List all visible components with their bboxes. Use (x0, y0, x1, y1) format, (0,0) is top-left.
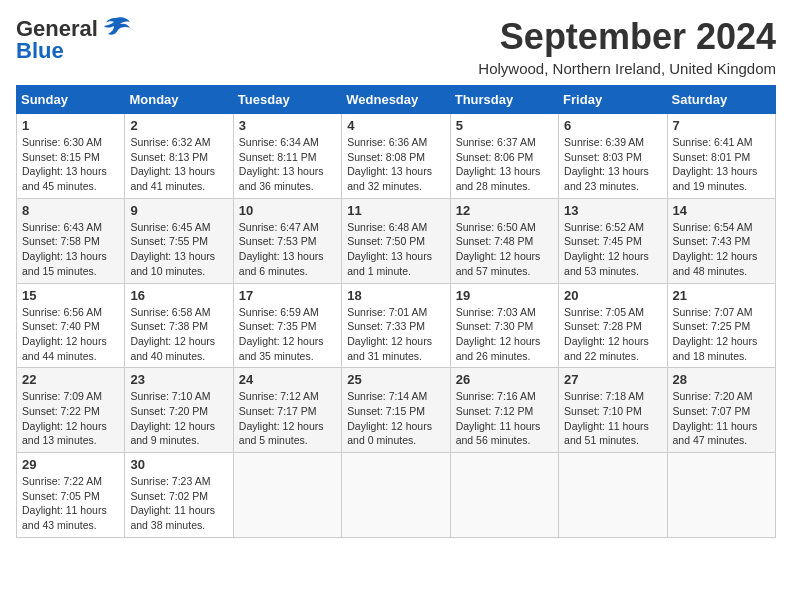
calendar-week-row: 1Sunrise: 6:30 AMSunset: 8:15 PMDaylight… (17, 114, 776, 199)
day-number: 22 (22, 372, 119, 387)
day-number: 10 (239, 203, 336, 218)
calendar-day-cell: 10Sunrise: 6:47 AMSunset: 7:53 PMDayligh… (233, 198, 341, 283)
day-number: 2 (130, 118, 227, 133)
day-info: Sunrise: 6:34 AMSunset: 8:11 PMDaylight:… (239, 135, 336, 194)
calendar-day-cell: 13Sunrise: 6:52 AMSunset: 7:45 PMDayligh… (559, 198, 667, 283)
day-info: Sunrise: 6:45 AMSunset: 7:55 PMDaylight:… (130, 220, 227, 279)
day-info: Sunrise: 7:05 AMSunset: 7:28 PMDaylight:… (564, 305, 661, 364)
calendar-day-cell: 20Sunrise: 7:05 AMSunset: 7:28 PMDayligh… (559, 283, 667, 368)
day-info: Sunrise: 6:47 AMSunset: 7:53 PMDaylight:… (239, 220, 336, 279)
day-info: Sunrise: 7:12 AMSunset: 7:17 PMDaylight:… (239, 389, 336, 448)
calendar-day-cell: 24Sunrise: 7:12 AMSunset: 7:17 PMDayligh… (233, 368, 341, 453)
calendar-week-row: 29Sunrise: 7:22 AMSunset: 7:05 PMDayligh… (17, 453, 776, 538)
day-info: Sunrise: 6:43 AMSunset: 7:58 PMDaylight:… (22, 220, 119, 279)
location: Holywood, Northern Ireland, United Kingd… (478, 60, 776, 77)
calendar-day-cell: 8Sunrise: 6:43 AMSunset: 7:58 PMDaylight… (17, 198, 125, 283)
calendar-day-cell: 16Sunrise: 6:58 AMSunset: 7:38 PMDayligh… (125, 283, 233, 368)
day-info: Sunrise: 7:16 AMSunset: 7:12 PMDaylight:… (456, 389, 553, 448)
day-info: Sunrise: 6:58 AMSunset: 7:38 PMDaylight:… (130, 305, 227, 364)
day-info: Sunrise: 6:37 AMSunset: 8:06 PMDaylight:… (456, 135, 553, 194)
calendar-day-cell: 22Sunrise: 7:09 AMSunset: 7:22 PMDayligh… (17, 368, 125, 453)
day-number: 30 (130, 457, 227, 472)
header-sunday: Sunday (17, 86, 125, 114)
day-info: Sunrise: 7:09 AMSunset: 7:22 PMDaylight:… (22, 389, 119, 448)
day-number: 13 (564, 203, 661, 218)
day-number: 4 (347, 118, 444, 133)
day-number: 14 (673, 203, 770, 218)
calendar-day-cell: 4Sunrise: 6:36 AMSunset: 8:08 PMDaylight… (342, 114, 450, 199)
calendar-day-cell: 14Sunrise: 6:54 AMSunset: 7:43 PMDayligh… (667, 198, 775, 283)
day-number: 5 (456, 118, 553, 133)
calendar-week-row: 15Sunrise: 6:56 AMSunset: 7:40 PMDayligh… (17, 283, 776, 368)
calendar-day-cell: 7Sunrise: 6:41 AMSunset: 8:01 PMDaylight… (667, 114, 775, 199)
day-number: 1 (22, 118, 119, 133)
day-info: Sunrise: 6:30 AMSunset: 8:15 PMDaylight:… (22, 135, 119, 194)
day-info: Sunrise: 6:50 AMSunset: 7:48 PMDaylight:… (456, 220, 553, 279)
empty-cell (559, 453, 667, 538)
calendar-day-cell: 18Sunrise: 7:01 AMSunset: 7:33 PMDayligh… (342, 283, 450, 368)
day-number: 27 (564, 372, 661, 387)
calendar-day-cell: 27Sunrise: 7:18 AMSunset: 7:10 PMDayligh… (559, 368, 667, 453)
day-info: Sunrise: 7:18 AMSunset: 7:10 PMDaylight:… (564, 389, 661, 448)
day-number: 18 (347, 288, 444, 303)
day-number: 21 (673, 288, 770, 303)
empty-cell (667, 453, 775, 538)
day-number: 16 (130, 288, 227, 303)
calendar-day-cell: 26Sunrise: 7:16 AMSunset: 7:12 PMDayligh… (450, 368, 558, 453)
header-thursday: Thursday (450, 86, 558, 114)
day-info: Sunrise: 7:20 AMSunset: 7:07 PMDaylight:… (673, 389, 770, 448)
day-info: Sunrise: 7:01 AMSunset: 7:33 PMDaylight:… (347, 305, 444, 364)
calendar-day-cell: 11Sunrise: 6:48 AMSunset: 7:50 PMDayligh… (342, 198, 450, 283)
calendar-day-cell: 5Sunrise: 6:37 AMSunset: 8:06 PMDaylight… (450, 114, 558, 199)
day-info: Sunrise: 6:48 AMSunset: 7:50 PMDaylight:… (347, 220, 444, 279)
day-number: 25 (347, 372, 444, 387)
day-info: Sunrise: 7:22 AMSunset: 7:05 PMDaylight:… (22, 474, 119, 533)
calendar-day-cell: 19Sunrise: 7:03 AMSunset: 7:30 PMDayligh… (450, 283, 558, 368)
day-number: 24 (239, 372, 336, 387)
day-number: 19 (456, 288, 553, 303)
calendar-day-cell: 28Sunrise: 7:20 AMSunset: 7:07 PMDayligh… (667, 368, 775, 453)
day-number: 8 (22, 203, 119, 218)
header-wednesday: Wednesday (342, 86, 450, 114)
day-number: 26 (456, 372, 553, 387)
day-info: Sunrise: 7:14 AMSunset: 7:15 PMDaylight:… (347, 389, 444, 448)
calendar-day-cell: 12Sunrise: 6:50 AMSunset: 7:48 PMDayligh… (450, 198, 558, 283)
logo: General Blue (16, 16, 130, 64)
header-friday: Friday (559, 86, 667, 114)
day-number: 23 (130, 372, 227, 387)
header-saturday: Saturday (667, 86, 775, 114)
calendar-day-cell: 6Sunrise: 6:39 AMSunset: 8:03 PMDaylight… (559, 114, 667, 199)
day-info: Sunrise: 6:32 AMSunset: 8:13 PMDaylight:… (130, 135, 227, 194)
empty-cell (342, 453, 450, 538)
calendar-day-cell: 30Sunrise: 7:23 AMSunset: 7:02 PMDayligh… (125, 453, 233, 538)
empty-cell (233, 453, 341, 538)
day-info: Sunrise: 6:56 AMSunset: 7:40 PMDaylight:… (22, 305, 119, 364)
day-info: Sunrise: 7:03 AMSunset: 7:30 PMDaylight:… (456, 305, 553, 364)
day-number: 20 (564, 288, 661, 303)
calendar-week-row: 22Sunrise: 7:09 AMSunset: 7:22 PMDayligh… (17, 368, 776, 453)
day-info: Sunrise: 7:07 AMSunset: 7:25 PMDaylight:… (673, 305, 770, 364)
logo-blue: Blue (16, 38, 64, 64)
calendar-day-cell: 23Sunrise: 7:10 AMSunset: 7:20 PMDayligh… (125, 368, 233, 453)
day-number: 11 (347, 203, 444, 218)
month-title: September 2024 (478, 16, 776, 58)
day-info: Sunrise: 6:54 AMSunset: 7:43 PMDaylight:… (673, 220, 770, 279)
day-number: 12 (456, 203, 553, 218)
day-number: 29 (22, 457, 119, 472)
day-info: Sunrise: 6:36 AMSunset: 8:08 PMDaylight:… (347, 135, 444, 194)
calendar-day-cell: 15Sunrise: 6:56 AMSunset: 7:40 PMDayligh… (17, 283, 125, 368)
header-monday: Monday (125, 86, 233, 114)
calendar-day-cell: 21Sunrise: 7:07 AMSunset: 7:25 PMDayligh… (667, 283, 775, 368)
logo-bird-icon (102, 16, 130, 36)
day-info: Sunrise: 7:10 AMSunset: 7:20 PMDaylight:… (130, 389, 227, 448)
calendar-day-cell: 17Sunrise: 6:59 AMSunset: 7:35 PMDayligh… (233, 283, 341, 368)
calendar-day-cell: 3Sunrise: 6:34 AMSunset: 8:11 PMDaylight… (233, 114, 341, 199)
calendar-day-cell: 2Sunrise: 6:32 AMSunset: 8:13 PMDaylight… (125, 114, 233, 199)
day-number: 9 (130, 203, 227, 218)
calendar-day-cell: 9Sunrise: 6:45 AMSunset: 7:55 PMDaylight… (125, 198, 233, 283)
day-info: Sunrise: 6:41 AMSunset: 8:01 PMDaylight:… (673, 135, 770, 194)
calendar-day-cell: 1Sunrise: 6:30 AMSunset: 8:15 PMDaylight… (17, 114, 125, 199)
day-number: 15 (22, 288, 119, 303)
day-number: 3 (239, 118, 336, 133)
calendar-week-row: 8Sunrise: 6:43 AMSunset: 7:58 PMDaylight… (17, 198, 776, 283)
